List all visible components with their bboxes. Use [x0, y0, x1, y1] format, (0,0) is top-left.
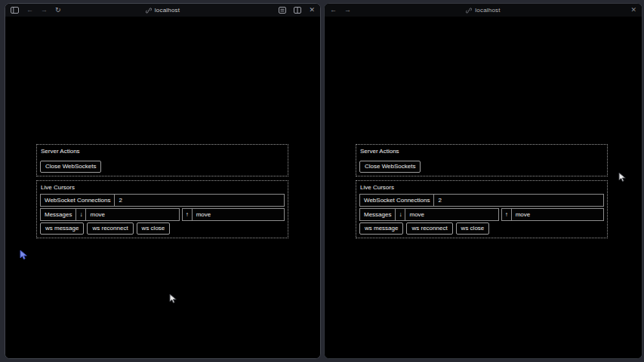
close-websockets-button[interactable]: Close WebSockets [359, 161, 421, 173]
incoming-message-value: move [405, 209, 498, 220]
ws-reconnect-button[interactable]: ws reconnect [87, 222, 133, 235]
link-icon [466, 8, 472, 14]
back-icon[interactable]: ← [26, 7, 33, 14]
server-actions-legend: Server Actions [40, 147, 285, 158]
outgoing-message-box: ↑ move [182, 208, 285, 221]
live-cursors-legend: Live Cursors [359, 183, 604, 194]
ws-actions-row: ws message ws reconnect ws close [40, 222, 285, 235]
messages-label: Messages [360, 209, 395, 220]
outgoing-message-box: ↑ move [501, 208, 604, 221]
close-window-icon[interactable]: ✕ [309, 7, 315, 14]
ws-close-button[interactable]: ws close [137, 222, 171, 235]
outgoing-arrow-icon: ↑ [183, 209, 192, 220]
live-cursors-legend: Live Cursors [40, 183, 285, 194]
forward-icon[interactable]: → [41, 7, 48, 14]
ws-close-button[interactable]: ws close [456, 222, 490, 235]
nav-controls-right: ← → [330, 7, 351, 14]
ws-message-button[interactable]: ws message [359, 222, 403, 235]
incoming-message-box: Messages ↓ move [359, 208, 499, 221]
live-cursors-panel: Live Cursors WebSocket Connections 2 Mes… [36, 180, 288, 238]
reload-icon[interactable]: ↻ [55, 7, 61, 14]
live-cursors-panel: Live Cursors WebSocket Connections 2 Mes… [356, 180, 608, 238]
page-viewport-left: Server Actions Close WebSockets Live Cur… [5, 17, 320, 358]
reader-list-icon[interactable] [279, 7, 286, 14]
close-window-icon[interactable]: ✕ [630, 7, 636, 14]
messages-row: Messages ↓ move ↑ move [359, 208, 604, 221]
link-icon [146, 8, 152, 14]
server-actions-panel: Server Actions Close WebSockets [36, 144, 288, 176]
nav-controls: ← → ↻ [11, 7, 61, 14]
url-text: localhost [155, 7, 180, 14]
sidebar-toggle-icon[interactable] [11, 7, 19, 14]
outgoing-message-value: move [511, 209, 603, 220]
outgoing-message-value: move [192, 209, 284, 220]
forward-icon[interactable]: → [344, 7, 351, 14]
window-controls: ✕ [279, 7, 315, 14]
connections-label: WebSocket Connections [41, 195, 114, 206]
window-controls-right: ✕ [630, 7, 636, 14]
ws-reconnect-button[interactable]: ws reconnect [406, 222, 452, 235]
connections-label: WebSocket Connections [360, 195, 433, 206]
messages-row: Messages ↓ move ↑ move [40, 208, 285, 221]
ws-actions-row: ws message ws reconnect ws close [359, 222, 604, 235]
incoming-message-value: move [85, 209, 178, 220]
url-text: localhost [475, 7, 500, 14]
incoming-arrow-icon: ↓ [75, 209, 85, 220]
titlebar-right: ← → localhost ✕ [325, 4, 642, 17]
outgoing-arrow-icon: ↑ [502, 209, 511, 220]
server-actions-panel: Server Actions Close WebSockets [356, 144, 608, 176]
page-viewport-right: Server Actions Close WebSockets Live Cur… [325, 17, 642, 358]
connections-row: WebSocket Connections 2 [359, 194, 604, 207]
close-websockets-button[interactable]: Close WebSockets [40, 161, 101, 173]
ws-message-button[interactable]: ws message [40, 222, 84, 235]
connections-count: 2 [114, 195, 284, 206]
connections-row: WebSocket Connections 2 [40, 194, 285, 207]
back-icon[interactable]: ← [330, 7, 337, 14]
split-view-icon[interactable] [294, 7, 301, 14]
titlebar-left: ← → ↻ localhost [5, 4, 320, 17]
connections-count: 2 [433, 195, 603, 206]
server-actions-legend: Server Actions [359, 147, 604, 158]
browser-window-left: ← → ↻ localhost [5, 3, 321, 359]
messages-label: Messages [41, 209, 75, 220]
browser-window-right: ← → localhost ✕ Server Actions Close Web… [324, 3, 642, 359]
incoming-arrow-icon: ↓ [395, 209, 405, 220]
url-display-right[interactable]: localhost [325, 4, 642, 17]
incoming-message-box: Messages ↓ move [40, 208, 180, 221]
